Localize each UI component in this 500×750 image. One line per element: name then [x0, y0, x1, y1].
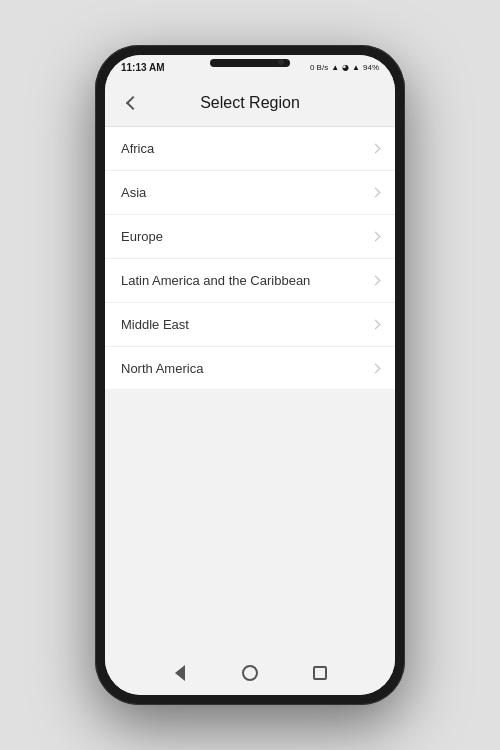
region-item-north-america[interactable]: North America: [105, 347, 395, 389]
chevron-right-icon: [371, 232, 381, 242]
bluetooth-icon: ▲: [331, 63, 339, 72]
bottom-nav-bar: [105, 651, 395, 695]
nav-home-button[interactable]: [238, 661, 262, 685]
front-camera: [278, 59, 284, 65]
chevron-right-icon: [371, 144, 381, 154]
app-header: Select Region: [105, 79, 395, 127]
region-item-middle-east[interactable]: Middle East: [105, 303, 395, 347]
chevron-right-icon: [371, 276, 381, 286]
phone-screen: 11:13 AM 0 B/s ▲ ◕ ▲ 94% Select Region A…: [105, 55, 395, 695]
region-label: Europe: [121, 229, 163, 244]
region-label: Asia: [121, 185, 146, 200]
signal-icon: ▲: [352, 63, 360, 72]
nav-recents-button[interactable]: [308, 661, 332, 685]
region-list: Africa Asia Europe Latin America and the…: [105, 127, 395, 389]
region-item-europe[interactable]: Europe: [105, 215, 395, 259]
nav-back-button[interactable]: [168, 661, 192, 685]
back-arrow-icon: [126, 95, 140, 109]
status-time: 11:13 AM: [121, 62, 165, 73]
back-button[interactable]: [117, 87, 149, 119]
region-item-latin-america[interactable]: Latin America and the Caribbean: [105, 259, 395, 303]
region-label: Latin America and the Caribbean: [121, 273, 310, 288]
chevron-right-icon: [371, 320, 381, 330]
phone-frame: 11:13 AM 0 B/s ▲ ◕ ▲ 94% Select Region A…: [95, 45, 405, 705]
nav-recents-icon: [313, 666, 327, 680]
region-label: Middle East: [121, 317, 189, 332]
region-label: Africa: [121, 141, 154, 156]
nav-home-icon: [242, 665, 258, 681]
wifi-icon: ◕: [342, 63, 349, 72]
battery-text: 94%: [363, 63, 379, 72]
network-speed: 0 B/s: [310, 63, 328, 72]
nav-back-icon: [175, 665, 185, 681]
chevron-right-icon: [371, 188, 381, 198]
region-label: North America: [121, 361, 203, 376]
region-item-asia[interactable]: Asia: [105, 171, 395, 215]
page-title: Select Region: [200, 94, 300, 112]
region-item-africa[interactable]: Africa: [105, 127, 395, 171]
chevron-right-icon: [371, 364, 381, 374]
status-icons: 0 B/s ▲ ◕ ▲ 94%: [310, 63, 379, 72]
empty-content-area: [105, 389, 395, 651]
